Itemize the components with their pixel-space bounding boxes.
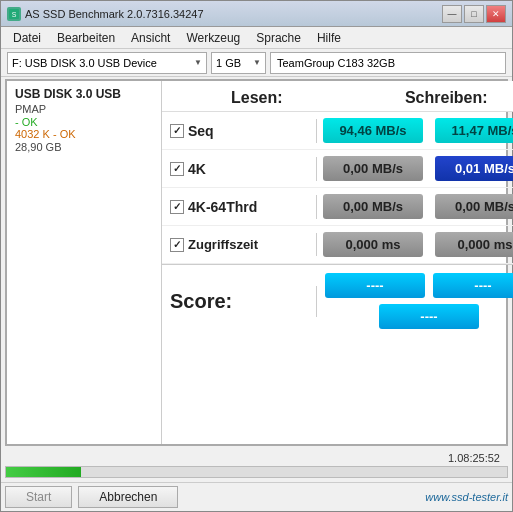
- progress-bar-fill: [6, 467, 81, 477]
- size-select-label: 1 GB: [216, 57, 241, 69]
- close-button[interactable]: ✕: [486, 5, 506, 23]
- right-panel: Lesen: Schreiben: ✓ Seq 94,46 MB/s 11,47…: [162, 81, 513, 444]
- start-button[interactable]: Start: [5, 486, 72, 508]
- drive-dropdown-arrow: ▼: [194, 58, 202, 67]
- left-panel: USB DISK 3.0 USB PMAP - OK 4032 K - OK 2…: [7, 81, 162, 444]
- seq-label: ✓ Seq: [162, 119, 317, 143]
- write-header: Schreiben:: [352, 81, 514, 111]
- menu-item-sprache[interactable]: Sprache: [248, 29, 309, 47]
- size-dropdown-arrow: ▼: [253, 58, 261, 67]
- 4k-cells: 0,00 MB/s 0,01 MB/s: [317, 152, 513, 185]
- menu-item-datei[interactable]: Datei: [5, 29, 49, 47]
- drive-name-field[interactable]: TeamGroup C183 32GB: [270, 52, 506, 74]
- read-header: Lesen:: [162, 81, 352, 111]
- drive-name-text: TeamGroup C183 32GB: [277, 57, 395, 69]
- size-label: 28,90 GB: [15, 141, 153, 153]
- access-checkbox[interactable]: ✓: [170, 238, 184, 252]
- main-window: S AS SSD Benchmark 2.0.7316.34247 — □ ✕ …: [0, 0, 513, 512]
- 4k-row: ✓ 4K 0,00 MB/s 0,01 MB/s: [162, 150, 513, 188]
- write-score-btn: ----: [433, 273, 513, 298]
- 4k-read-cell: 0,00 MB/s: [317, 152, 429, 185]
- access-write-cell: 0,000 ms: [429, 228, 513, 261]
- 4k64-label: ✓ 4K-64Thrd: [162, 195, 317, 219]
- access-read-value: 0,000 ms: [323, 232, 423, 257]
- 4k64-write-cell: 0,00 MB/s: [429, 190, 513, 223]
- drive-select-label: F: USB DISK 3.0 USB Device: [12, 57, 157, 69]
- 4k-write-cell: 0,01 MB/s: [429, 152, 513, 185]
- score-label: Score:: [162, 286, 317, 317]
- seq-read-cell: 94,46 MB/s: [317, 114, 429, 147]
- maximize-button[interactable]: □: [464, 5, 484, 23]
- website-label: www.ssd-tester.it: [425, 491, 508, 503]
- 4k64-cells: 0,00 MB/s 0,00 MB/s: [317, 190, 513, 223]
- 4k64-read-cell: 0,00 MB/s: [317, 190, 429, 223]
- minimize-button[interactable]: —: [442, 5, 462, 23]
- 4k64-write-value: 0,00 MB/s: [435, 194, 513, 219]
- cancel-button[interactable]: Abbrechen: [78, 486, 178, 508]
- 4k-read-value: 0,00 MB/s: [323, 156, 423, 181]
- 4k-label: ✓ 4K: [162, 157, 317, 181]
- access-read-cell: 0,000 ms: [317, 228, 429, 261]
- score-row: Score: ---- ---- ----: [162, 264, 513, 337]
- title-bar: S AS SSD Benchmark 2.0.7316.34247 — □ ✕: [1, 1, 512, 27]
- results-header: Lesen: Schreiben:: [162, 81, 513, 112]
- size-select[interactable]: 1 GB ▼: [211, 52, 266, 74]
- window-title: AS SSD Benchmark 2.0.7316.34247: [25, 8, 204, 20]
- seq-write-value: 11,47 MB/s: [435, 118, 513, 143]
- ok2-label: 4032 K - OK: [15, 128, 153, 140]
- read-score-btn: ----: [325, 273, 425, 298]
- progress-bar-container: [5, 466, 508, 478]
- 4k64-row: ✓ 4K-64Thrd 0,00 MB/s 0,00 MB/s: [162, 188, 513, 226]
- pmap-label: PMAP: [15, 103, 153, 115]
- timestamp: 1.08:25:52: [448, 452, 504, 464]
- 4k-write-value: 0,01 MB/s: [435, 156, 513, 181]
- total-score-btn: ----: [379, 304, 479, 329]
- ok1-label: - OK: [15, 116, 153, 128]
- main-content: USB DISK 3.0 USB PMAP - OK 4032 K - OK 2…: [5, 79, 508, 446]
- progress-area: 1.08:25:52: [5, 450, 508, 480]
- 4k64-read-value: 0,00 MB/s: [323, 194, 423, 219]
- svg-text:S: S: [12, 11, 17, 18]
- menu-item-ansicht[interactable]: Ansicht: [123, 29, 178, 47]
- score-values: ---- ---- ----: [317, 269, 513, 333]
- menu-item-hilfe[interactable]: Hilfe: [309, 29, 349, 47]
- drive-select[interactable]: F: USB DISK 3.0 USB Device ▼: [7, 52, 207, 74]
- 4k64-checkbox[interactable]: ✓: [170, 200, 184, 214]
- score-top-row: ---- ----: [325, 273, 513, 298]
- 4k-checkbox[interactable]: ✓: [170, 162, 184, 176]
- title-bar-left: S AS SSD Benchmark 2.0.7316.34247: [7, 7, 204, 21]
- toolbar: F: USB DISK 3.0 USB Device ▼ 1 GB ▼ Team…: [1, 49, 512, 77]
- menu-item-werkzeug[interactable]: Werkzeug: [178, 29, 248, 47]
- left-panel-title: USB DISK 3.0 USB: [15, 87, 153, 101]
- seq-cells: 94,46 MB/s 11,47 MB/s: [317, 114, 513, 147]
- access-cells: 0,000 ms 0,000 ms: [317, 228, 513, 261]
- app-icon: S: [7, 7, 21, 21]
- menu-bar: DateiBearbeitenAnsichtWerkzeugSpracheHil…: [1, 27, 512, 49]
- window-controls: — □ ✕: [442, 5, 506, 23]
- bottom-bar: Start Abbrechen www.ssd-tester.it: [1, 482, 512, 511]
- access-row: ✓ Zugriffszeit 0,000 ms 0,000 ms: [162, 226, 513, 264]
- access-label: ✓ Zugriffszeit: [162, 233, 317, 256]
- seq-row: ✓ Seq 94,46 MB/s 11,47 MB/s: [162, 112, 513, 150]
- seq-checkbox[interactable]: ✓: [170, 124, 184, 138]
- access-write-value: 0,000 ms: [435, 232, 513, 257]
- menu-item-bearbeiten[interactable]: Bearbeiten: [49, 29, 123, 47]
- seq-read-value: 94,46 MB/s: [323, 118, 423, 143]
- seq-write-cell: 11,47 MB/s: [429, 114, 513, 147]
